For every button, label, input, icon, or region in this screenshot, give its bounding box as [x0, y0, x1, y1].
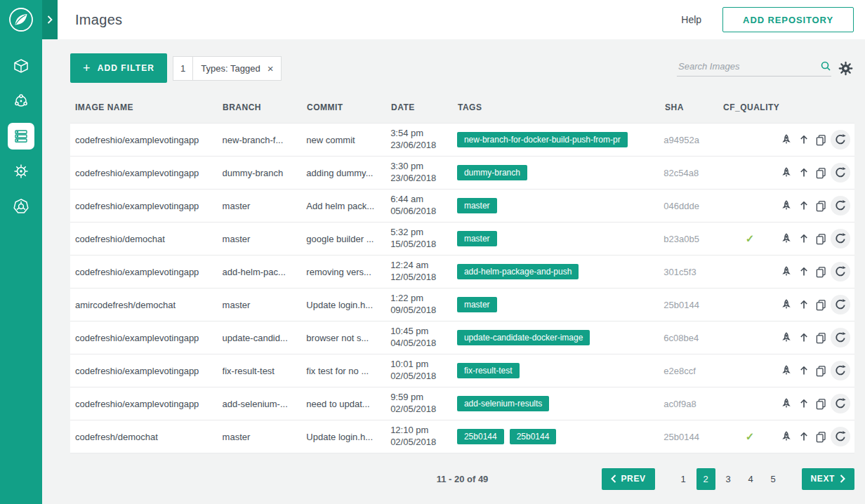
page-button[interactable]: 4 — [741, 468, 760, 490]
commit-cell: fix test for no ... — [306, 366, 390, 376]
image-name-cell[interactable]: codefreshio/examplevotingapp — [75, 135, 223, 145]
rebuild-circular-arrow-icon — [834, 199, 847, 212]
row-actions — [778, 328, 854, 347]
image-row[interactable]: amircodefresh/demochat master Update log… — [70, 289, 854, 321]
image-name-cell[interactable]: codefreshio/examplevotingapp — [75, 201, 223, 211]
image-name-cell[interactable]: codefreshio/examplevotingapp — [75, 399, 223, 409]
settings-button[interactable] — [838, 61, 853, 76]
tags-cell: master — [457, 297, 663, 312]
row-actions — [778, 394, 854, 413]
image-name-cell[interactable]: amircodefresh/demochat — [75, 300, 223, 310]
quality-cell: ✓ — [722, 199, 778, 212]
page-button[interactable]: 5 — [764, 468, 783, 490]
filter-bar: + ADD FILTER 1 Types: Tagged × — [70, 53, 854, 83]
launch-image-button[interactable] — [778, 427, 794, 446]
rebuild-image-button[interactable] — [831, 262, 850, 281]
search-input[interactable] — [677, 60, 820, 72]
help-link[interactable]: Help — [681, 14, 701, 25]
launch-image-button[interactable] — [778, 394, 794, 413]
column-header-sha[interactable]: SHA — [665, 102, 723, 112]
sidebar-item-builds[interactable] — [0, 88, 42, 114]
launch-image-button[interactable] — [778, 197, 794, 215]
add-repository-button[interactable]: ADD REPOSITORY — [722, 7, 854, 32]
page-button[interactable]: 3 — [719, 468, 738, 490]
filter-remove-button[interactable]: × — [265, 62, 282, 74]
image-row[interactable]: codefreshio/examplevotingapp new-branch-… — [70, 124, 854, 157]
promote-image-button[interactable] — [795, 230, 812, 248]
page-button[interactable]: 1 — [674, 468, 693, 490]
column-header-cf-quality[interactable]: CF_QUALITY — [723, 102, 779, 112]
launch-image-button[interactable] — [778, 164, 794, 182]
image-row[interactable]: codefreshio/examplevotingapp dummy-branc… — [70, 157, 854, 190]
rebuild-image-button[interactable] — [831, 196, 850, 215]
launch-image-button[interactable] — [778, 230, 794, 248]
image-row[interactable]: codefreshio/examplevotingapp update-cand… — [70, 321, 854, 354]
image-row[interactable]: codefreshio/examplevotingapp master Add … — [70, 190, 854, 223]
image-row[interactable]: codefreshio/demochat master google build… — [70, 223, 854, 256]
sidebar-item-repositories[interactable] — [0, 53, 42, 79]
next-page-button[interactable]: NEXT — [802, 468, 854, 490]
promote-image-button[interactable] — [795, 131, 812, 149]
rebuild-image-button[interactable] — [831, 361, 850, 380]
codefresh-logo[interactable] — [0, 0, 42, 39]
sidebar-expand-toggle[interactable] — [42, 0, 58, 39]
image-name-cell[interactable]: codefresh/demochat — [75, 432, 223, 442]
promote-image-button[interactable] — [795, 394, 812, 413]
image-row[interactable]: codefreshio/examplevotingapp add-helm-pa… — [70, 256, 854, 289]
image-name-cell[interactable]: codefreshio/examplevotingapp — [75, 168, 223, 178]
copy-sha-button[interactable] — [813, 329, 829, 347]
promote-image-button[interactable] — [795, 296, 812, 314]
copy-sha-button[interactable] — [813, 296, 829, 314]
launch-image-button[interactable] — [778, 362, 794, 380]
copy-sha-button[interactable] — [813, 131, 829, 149]
launch-image-button[interactable] — [778, 131, 794, 149]
column-header-image-name[interactable]: IMAGE NAME — [75, 102, 223, 112]
copy-sha-button[interactable] — [813, 427, 829, 446]
rebuild-image-button[interactable] — [831, 130, 850, 150]
promote-image-button[interactable] — [795, 329, 812, 347]
image-name-cell[interactable]: codefreshio/examplevotingapp — [75, 366, 223, 376]
copy-sha-button[interactable] — [813, 164, 829, 182]
image-name-cell[interactable]: codefreshio/examplevotingapp — [75, 267, 223, 277]
search-button[interactable] — [820, 60, 831, 72]
copy-icon — [815, 167, 827, 179]
launch-image-button[interactable] — [778, 263, 794, 281]
promote-image-button[interactable] — [795, 362, 812, 380]
rebuild-image-button[interactable] — [831, 229, 850, 248]
image-row[interactable]: codefresh/demochat master Update login.h… — [70, 420, 854, 453]
page-button[interactable]: 2 — [696, 468, 715, 490]
column-header-date[interactable]: DATE — [391, 102, 458, 112]
promote-image-button[interactable] — [795, 427, 812, 446]
column-header-tags[interactable]: TAGS — [458, 102, 665, 112]
promote-image-button[interactable] — [795, 164, 812, 182]
rebuild-image-button[interactable] — [831, 427, 850, 446]
kubernetes-icon — [12, 197, 30, 215]
copy-sha-button[interactable] — [813, 197, 829, 215]
copy-sha-button[interactable] — [813, 394, 829, 413]
copy-sha-button[interactable] — [813, 263, 829, 281]
image-name-cell[interactable]: codefreshio/demochat — [75, 234, 223, 244]
column-header-branch[interactable]: BRANCH — [223, 102, 307, 112]
rebuild-image-button[interactable] — [831, 295, 850, 314]
image-row[interactable]: codefreshio/examplevotingapp add-seleniu… — [70, 387, 854, 420]
add-filter-button[interactable]: + ADD FILTER — [70, 53, 167, 83]
image-name-cell[interactable]: codefreshio/examplevotingapp — [75, 333, 223, 343]
rebuild-image-button[interactable] — [831, 328, 850, 347]
promote-image-button[interactable] — [795, 263, 812, 281]
column-header-commit[interactable]: COMMIT — [307, 102, 391, 112]
prev-page-button[interactable]: PREV — [602, 468, 655, 490]
copy-sha-button[interactable] — [813, 230, 829, 248]
rebuild-image-button[interactable] — [831, 394, 850, 413]
quality-cell: ✓ — [722, 298, 778, 311]
image-row[interactable]: codefreshio/examplevotingapp fix-result-… — [70, 354, 854, 387]
copy-sha-button[interactable] — [813, 362, 829, 380]
launch-image-button[interactable] — [778, 296, 794, 314]
sidebar-item-helm[interactable] — [0, 159, 42, 184]
main-area: Images Help ADD REPOSITORY + ADD FILTER … — [42, 0, 865, 504]
sidebar-item-kubernetes[interactable] — [0, 194, 42, 219]
promote-image-button[interactable] — [795, 197, 812, 215]
sidebar-item-images[interactable] — [0, 124, 42, 149]
launch-image-button[interactable] — [778, 329, 794, 347]
rebuild-image-button[interactable] — [831, 163, 850, 183]
tags-cell: fix-result-test — [457, 363, 663, 378]
